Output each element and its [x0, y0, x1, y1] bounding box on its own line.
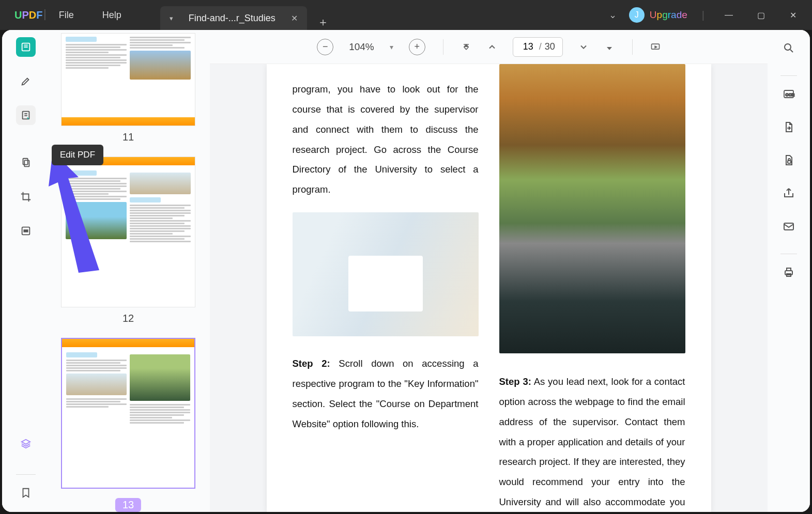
maximize-button[interactable]: ▢	[751, 10, 771, 20]
rail-separator	[16, 474, 36, 475]
layers-button[interactable]	[16, 434, 36, 454]
separator: |	[43, 7, 47, 21]
user-avatar[interactable]: J	[629, 7, 645, 23]
page-column-left: program, you have to look out for the co…	[293, 64, 479, 491]
zoom-value: 104%	[349, 41, 374, 53]
app-body: Edit PDF 11 12 13	[2, 30, 810, 512]
svg-point-7	[785, 44, 791, 50]
svg-rect-5	[24, 230, 27, 232]
prev-page-button[interactable]	[487, 42, 497, 52]
separator: |	[702, 9, 704, 21]
view-toolbar: − 104% ▾ + / 30	[210, 30, 768, 64]
thumbnail-page-11[interactable]	[61, 33, 195, 126]
page-column-right: Step 3: As you lead next, look for a con…	[499, 64, 685, 491]
menu-help[interactable]: Help	[102, 10, 121, 21]
tooltip-edit-pdf: Edit PDF	[52, 145, 103, 165]
svg-rect-13	[787, 268, 791, 271]
right-tool-rail: OCR	[768, 30, 810, 512]
search-button[interactable]	[780, 39, 798, 57]
email-button[interactable]	[780, 217, 798, 235]
svg-rect-11	[784, 223, 793, 230]
edit-pdf-button[interactable]	[16, 105, 36, 125]
content-image-bridge	[499, 64, 685, 353]
tab-strip: ▾ Find-and-...r_Studies ✕ ＋	[160, 0, 329, 30]
thumbnail-panel[interactable]: 11 12 13	[50, 30, 210, 512]
svg-rect-2	[23, 159, 28, 165]
organize-pages-button[interactable]	[16, 153, 36, 173]
tab-dropdown-icon[interactable]: ▾	[170, 14, 173, 22]
ocr-button[interactable]: OCR	[780, 85, 798, 103]
main-area: − 104% ▾ + / 30 program, you have to loo…	[210, 30, 768, 512]
zoom-in-button[interactable]: +	[409, 39, 425, 55]
document-tab[interactable]: ▾ Find-and-...r_Studies ✕	[160, 6, 307, 30]
protect-button[interactable]	[780, 151, 798, 169]
close-window-button[interactable]: ✕	[783, 10, 803, 20]
last-page-button[interactable]	[604, 42, 615, 52]
redact-button[interactable]	[16, 221, 36, 241]
pdf-page: program, you have to look out for the co…	[267, 64, 711, 512]
body-text: program, you have to look out for the co…	[293, 64, 479, 200]
annotate-button[interactable]	[16, 71, 36, 91]
thumbnail-page-12[interactable]	[61, 157, 195, 307]
body-text: Step 2: Scroll down on accessing a respe…	[293, 354, 479, 434]
minimize-button[interactable]: —	[719, 10, 739, 20]
bookmark-button[interactable]	[16, 483, 36, 503]
page-input-box[interactable]: / 30	[513, 37, 563, 57]
svg-rect-3	[24, 160, 29, 166]
zoom-dropdown-icon[interactable]: ▾	[390, 43, 393, 51]
recent-dropdown-icon[interactable]: ⌄	[609, 9, 617, 21]
zoom-out-button[interactable]: −	[317, 39, 333, 55]
tab-close-icon[interactable]: ✕	[291, 13, 298, 23]
menu-file[interactable]: File	[59, 10, 74, 21]
thumbnail-label-12: 12	[61, 313, 195, 324]
rail-separator	[780, 75, 797, 76]
new-tab-button[interactable]: ＋	[317, 14, 329, 30]
share-button[interactable]	[780, 184, 798, 202]
thumbnail-label-11: 11	[61, 131, 195, 143]
toolbar-separator	[632, 39, 633, 55]
thumbnail-label-13: 13	[115, 498, 141, 512]
page-total: 30	[545, 41, 555, 52]
presentation-button[interactable]	[650, 42, 661, 52]
page-viewport[interactable]: program, you have to look out for the co…	[210, 64, 768, 512]
page-current-input[interactable]	[520, 41, 536, 52]
rail-separator	[780, 254, 797, 254]
print-button[interactable]	[780, 263, 798, 281]
thumbnail-page-13[interactable]	[61, 338, 195, 489]
export-button[interactable]	[780, 118, 798, 136]
crop-button[interactable]	[16, 187, 36, 207]
page-slash: /	[539, 41, 542, 52]
svg-rect-10	[788, 161, 791, 163]
tab-title: Find-and-...r_Studies	[189, 13, 275, 24]
next-page-button[interactable]	[578, 42, 589, 52]
titlebar: UPDF | File Help ▾ Find-and-...r_Studies…	[0, 0, 812, 30]
reader-mode-button[interactable]	[16, 37, 36, 57]
svg-text:OCR: OCR	[786, 92, 795, 97]
upgrade-button[interactable]: Upgrade	[650, 9, 687, 21]
first-page-button[interactable]	[461, 42, 471, 52]
content-image-students	[293, 212, 479, 336]
app-logo: UPDF	[0, 9, 31, 21]
body-text: Step 3: As you lead next, look for a con…	[499, 372, 685, 512]
left-tool-rail	[2, 30, 50, 512]
toolbar-separator	[443, 39, 443, 55]
